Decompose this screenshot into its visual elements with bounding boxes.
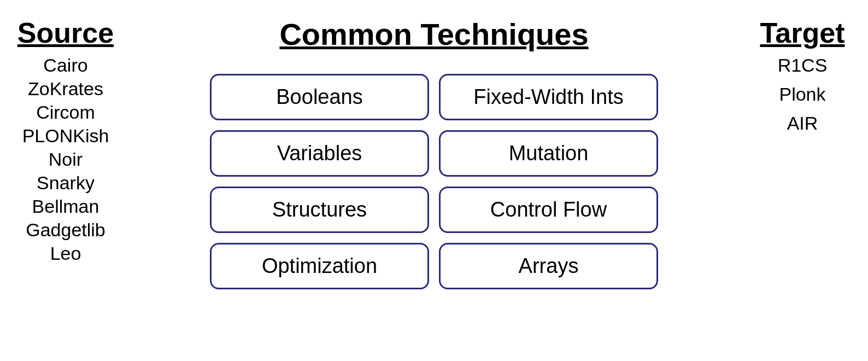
technique-box[interactable]: Arrays (439, 243, 658, 289)
technique-box[interactable]: Control Flow (439, 187, 658, 233)
technique-box[interactable]: Mutation (439, 130, 658, 177)
target-item: R1CS (778, 55, 828, 76)
source-item: PLONKish (22, 125, 109, 147)
technique-box[interactable]: Booleans (210, 74, 429, 120)
source-item: Cairo (43, 55, 87, 76)
technique-label: Fixed-Width Ints (473, 85, 624, 109)
center-column: Common Techniques BooleansFixed-Width In… (131, 11, 737, 289)
source-item: Snarky (37, 172, 95, 194)
technique-label: Mutation (509, 142, 589, 165)
source-item: Circom (36, 102, 95, 123)
technique-label: Arrays (519, 254, 579, 278)
technique-label: Structures (272, 198, 367, 222)
source-item: Noir (49, 149, 83, 170)
source-list: CairoZoKratesCircomPLONKishNoirSnarkyBel… (22, 55, 109, 264)
main-title: Common Techniques (279, 16, 588, 52)
source-item: Leo (50, 243, 81, 264)
technique-label: Booleans (276, 85, 362, 109)
target-item: AIR (787, 113, 818, 134)
target-item: Plonk (779, 84, 825, 105)
technique-box[interactable]: Fixed-Width Ints (439, 74, 658, 120)
technique-box[interactable]: Optimization (210, 243, 429, 289)
technique-label: Control Flow (490, 198, 607, 222)
technique-label: Variables (277, 142, 362, 165)
source-item: ZoKrates (28, 78, 103, 100)
technique-box[interactable]: Structures (210, 187, 429, 233)
source-item: Bellman (32, 196, 99, 217)
technique-box[interactable]: Variables (210, 130, 429, 177)
source-column: Source CairoZoKratesCircomPLONKishNoirSn… (0, 11, 131, 264)
source-item: Gadgetlib (26, 219, 105, 241)
source-title: Source (17, 16, 114, 49)
techniques-grid: BooleansFixed-Width IntsVariablesMutatio… (210, 74, 658, 289)
page-container: Source CairoZoKratesCircomPLONKishNoirSn… (0, 0, 868, 361)
technique-label: Optimization (262, 254, 377, 278)
target-column: Target R1CSPlonkAIR (737, 11, 868, 134)
target-title: Target (760, 16, 844, 49)
target-list: R1CSPlonkAIR (778, 55, 828, 134)
